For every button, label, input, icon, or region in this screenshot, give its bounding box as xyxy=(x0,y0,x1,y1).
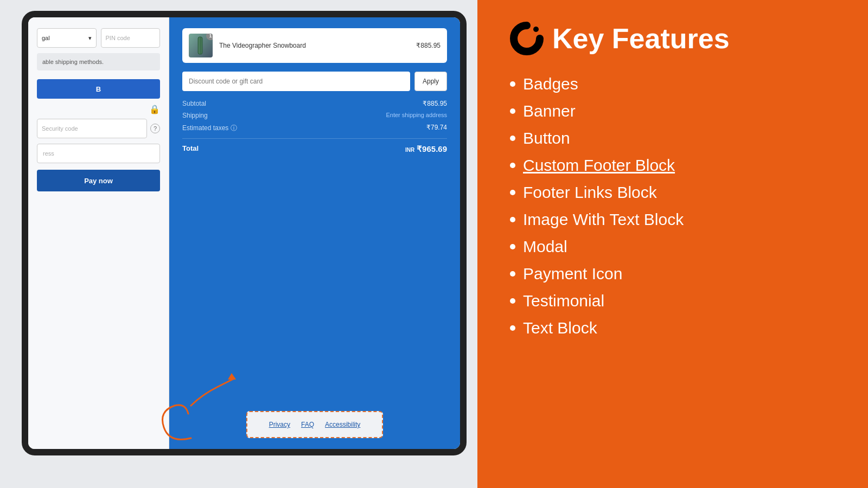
subtotal-value: ₹885.95 xyxy=(423,100,447,107)
taxes-value: ₹79.74 xyxy=(426,124,447,133)
laptop-screen: gal ▾ PIN code able shipping methods. B … xyxy=(28,17,460,449)
subtotal-row: Subtotal ₹885.95 xyxy=(182,100,447,107)
shipping-row: Shipping Enter shipping address xyxy=(182,112,447,119)
security-code-input[interactable]: Security code xyxy=(37,119,147,138)
bullet-icon xyxy=(510,271,515,277)
list-item: Banner xyxy=(510,102,835,120)
list-item: Custom Footer Block xyxy=(510,156,835,175)
address-field[interactable]: ress xyxy=(37,144,160,163)
total-prefix: INR xyxy=(405,147,414,153)
key-features-header: Key Features xyxy=(510,22,835,55)
laptop-mockup: gal ▾ PIN code able shipping methods. B … xyxy=(22,11,467,455)
security-row: Security code ? xyxy=(37,119,160,138)
pay-now-button[interactable]: Pay now xyxy=(37,170,160,191)
chevron-down-icon: ▾ xyxy=(88,35,92,42)
taxes-label: Estimated taxes ⓘ xyxy=(182,124,237,133)
total-amount: ₹965.69 xyxy=(417,144,447,153)
right-panel: Key Features Badges Banner Button Custom… xyxy=(477,0,868,488)
list-item: Badges xyxy=(510,75,835,93)
total-value: INR₹965.69 xyxy=(405,144,447,154)
feature-label: Testimonial xyxy=(523,292,604,310)
feature-label: Image With Text Block xyxy=(523,210,684,229)
bullet-icon xyxy=(510,163,515,168)
security-code-placeholder: Security code xyxy=(42,125,78,132)
feature-label: Modal xyxy=(523,237,567,256)
features-list: Badges Banner Button Custom Footer Block… xyxy=(510,75,835,337)
shipping-value: Enter shipping address xyxy=(386,112,447,119)
feature-label: Badges xyxy=(523,75,578,93)
apply-label: Apply xyxy=(423,78,439,85)
bullet-icon xyxy=(510,325,515,331)
svg-rect-2 xyxy=(200,37,201,54)
annotation-arrow xyxy=(148,351,256,449)
pin-input[interactable]: PIN code xyxy=(101,28,161,48)
feature-label: Button xyxy=(523,129,570,147)
bullet-icon xyxy=(510,136,515,141)
list-item: Footer Links Block xyxy=(510,183,835,202)
accessibility-link[interactable]: Accessibility xyxy=(325,421,360,428)
badge-count: 1 xyxy=(209,34,212,38)
discount-input[interactable] xyxy=(182,72,410,91)
country-value: gal xyxy=(42,35,50,41)
bullet-icon xyxy=(510,190,515,195)
country-pin-row: gal ▾ PIN code xyxy=(37,28,160,48)
product-price: ₹885.95 xyxy=(416,42,441,49)
subtotal-label: Subtotal xyxy=(182,100,206,107)
help-icon[interactable]: ? xyxy=(150,124,160,133)
list-item: Image With Text Block xyxy=(510,210,835,229)
feature-label: Banner xyxy=(523,102,576,120)
bullet-icon xyxy=(510,244,515,249)
taxes-row: Estimated taxes ⓘ ₹79.74 xyxy=(182,124,447,133)
shipping-msg-text: able shipping methods. xyxy=(42,59,104,65)
bullet-icon xyxy=(510,298,515,304)
product-name: The Videographer Snowboard xyxy=(219,42,410,49)
total-label: Total xyxy=(182,144,199,154)
feature-label: Footer Links Block xyxy=(523,183,657,202)
key-features-title: Key Features xyxy=(552,24,730,53)
bullet-icon xyxy=(510,81,515,87)
address-placeholder: ress xyxy=(43,150,54,157)
feature-label-custom-footer: Custom Footer Block xyxy=(523,156,675,175)
b-button[interactable]: B xyxy=(37,79,160,99)
list-item: Button xyxy=(510,129,835,147)
list-item: Payment Icon xyxy=(510,265,835,283)
shipping-methods-msg: able shipping methods. xyxy=(37,53,160,70)
list-item: Modal xyxy=(510,237,835,256)
bullet-icon xyxy=(510,217,515,222)
pay-now-label: Pay now xyxy=(84,177,113,185)
c-logo-icon xyxy=(510,22,544,55)
apply-button[interactable]: Apply xyxy=(414,72,447,91)
summary-divider xyxy=(182,138,447,139)
total-row: Total INR₹965.69 xyxy=(182,144,447,154)
bullet-icon xyxy=(510,108,515,114)
svg-point-3 xyxy=(533,27,539,32)
lock-icon: 🔒 xyxy=(149,104,160,114)
product-image: 1 xyxy=(189,34,213,57)
footer-links-box: Privacy FAQ Accessibility xyxy=(246,411,384,438)
country-select[interactable]: gal ▾ xyxy=(37,28,97,48)
feature-label: Text Block xyxy=(523,319,597,337)
shipping-label: Shipping xyxy=(182,112,208,119)
left-panel: gal ▾ PIN code able shipping methods. B … xyxy=(0,0,477,488)
b-button-label: B xyxy=(96,85,101,93)
product-row: 1 The Videographer Snowboard ₹885.95 xyxy=(182,28,447,63)
discount-row: Apply xyxy=(182,72,447,91)
faq-link[interactable]: FAQ xyxy=(301,421,314,428)
list-item: Text Block xyxy=(510,319,835,337)
list-item: Testimonial xyxy=(510,292,835,310)
pin-placeholder: PIN code xyxy=(106,35,130,41)
privacy-link[interactable]: Privacy xyxy=(269,421,290,428)
lock-row: 🔒 xyxy=(37,104,160,114)
feature-label: Payment Icon xyxy=(523,265,622,283)
